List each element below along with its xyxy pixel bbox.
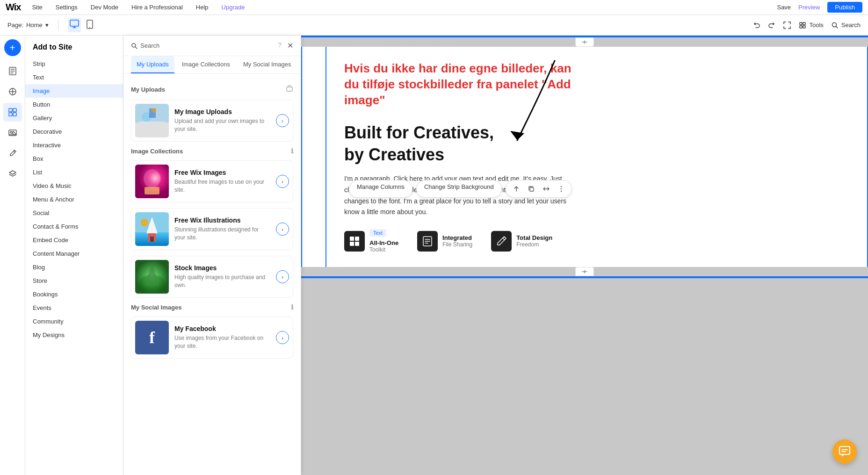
toolbar-icon-group — [506, 180, 572, 198]
panel-search-button[interactable]: Search — [131, 42, 159, 49]
card-my-image-uploads[interactable]: My Image Uploads Upload and add your own… — [131, 100, 293, 142]
preview-button[interactable]: Preview — [798, 4, 820, 11]
move-up-icon[interactable] — [510, 182, 523, 195]
chat-fab-button[interactable] — [832, 439, 857, 464]
social-images-info-icon[interactable]: ℹ — [291, 303, 293, 311]
svg-point-44 — [561, 191, 562, 192]
change-background-button[interactable]: Change Strip Background — [416, 180, 502, 198]
panel-item-store[interactable]: Store — [25, 274, 123, 288]
image-collections-info-icon[interactable]: ℹ — [291, 147, 293, 155]
card-arrow-free-wix[interactable]: › — [276, 175, 289, 188]
manage-columns-button[interactable]: Manage Columns — [349, 180, 412, 198]
panel-item-decorative[interactable]: Decorative — [25, 125, 123, 138]
tab-social-images[interactable]: My Social Images — [238, 56, 297, 73]
nav-help[interactable]: Help — [194, 4, 210, 11]
feature-file-sharing: Integrated File Sharing — [417, 229, 472, 253]
panel-item-strip[interactable]: Strip — [25, 57, 123, 71]
panel-item-text[interactable]: Text — [25, 71, 123, 84]
panel-item-gallery[interactable]: Gallery — [25, 111, 123, 125]
tools-button[interactable]: Tools — [799, 22, 823, 29]
panel-item-box[interactable]: Box — [25, 152, 123, 166]
tab-image-collections[interactable]: Image Collections — [176, 56, 236, 73]
page-name: Home — [26, 22, 43, 29]
resize-horizontal-icon[interactable] — [540, 182, 553, 195]
svg-point-25 — [144, 169, 160, 188]
svg-rect-17 — [287, 87, 292, 91]
page-selector[interactable]: Page: Home ▾ — [7, 22, 49, 29]
panel-item-blog[interactable]: Blog — [25, 260, 123, 274]
feature-all-in-one: Text All-In-One Toolkit — [344, 229, 398, 253]
card-free-wix-images[interactable]: Free Wix Images Beautiful free images to… — [131, 160, 293, 202]
top-nav-right: Save Preview Publish — [777, 2, 862, 13]
canvas-bottom-handle[interactable] — [575, 267, 594, 276]
copy-icon[interactable] — [525, 182, 538, 195]
file-sharing-icon — [417, 231, 438, 252]
svg-rect-3 — [800, 22, 802, 25]
undo-button[interactable] — [753, 22, 760, 29]
help-icon[interactable]: ? — [278, 41, 282, 50]
sidebar-layers-icon[interactable] — [3, 165, 22, 183]
redo-button[interactable] — [768, 22, 775, 29]
panel-item-list[interactable]: List — [25, 166, 123, 179]
panel-item-social[interactable]: Social — [25, 206, 123, 220]
mobile-icon[interactable] — [85, 18, 95, 32]
sidebar-add-icon[interactable] — [3, 103, 22, 122]
card-wix-illustrations[interactable]: Free Wix Illustrations Stunning illustra… — [131, 208, 293, 250]
svg-point-31 — [141, 219, 148, 226]
panel-item-menu[interactable]: Menu & Anchor — [25, 193, 123, 206]
feature-sub-design: Freedom — [516, 241, 552, 248]
publish-button[interactable]: Publish — [827, 2, 862, 13]
nav-devmode[interactable]: Dev Mode — [89, 4, 120, 11]
save-button[interactable]: Save — [777, 4, 791, 11]
svg-rect-10 — [9, 108, 12, 112]
card-arrow-my-uploads[interactable]: › — [276, 114, 289, 127]
panel-item-contact[interactable]: Contact & Forms — [25, 220, 123, 233]
nav-site[interactable]: Site — [30, 4, 44, 11]
panel-item-video[interactable]: Video & Music — [25, 179, 123, 193]
card-arrow-illustrations[interactable]: › — [276, 223, 289, 236]
my-uploads-info-icon[interactable] — [286, 85, 293, 94]
panel-item-interactive[interactable]: Interactive — [25, 138, 123, 152]
sidebar-pen-icon[interactable] — [3, 144, 22, 163]
nav-hire[interactable]: Hire a Professional — [130, 4, 185, 11]
panel-content: My Uploads My Image Uploads Upload and a… — [123, 74, 301, 475]
card-desc-stock: High quality images to purchase and own. — [174, 273, 270, 289]
panel-item-community[interactable]: Community — [25, 315, 123, 328]
card-title-wix-illustrations: Free Wix Illustrations — [174, 216, 270, 224]
card-info-facebook: My Facebook Use images from your Faceboo… — [174, 325, 270, 350]
my-uploads-title: My Uploads — [131, 86, 165, 93]
card-facebook[interactable]: f My Facebook Use images from your Faceb… — [131, 317, 293, 359]
sidebar-pages-icon[interactable] — [3, 62, 22, 80]
panel-item-bookings[interactable]: Bookings — [25, 288, 123, 301]
panel-item-events[interactable]: Events — [25, 301, 123, 315]
left-sidebar: + — [0, 36, 25, 475]
nav-settings[interactable]: Settings — [54, 4, 80, 11]
panel-item-button[interactable]: Button — [25, 98, 123, 111]
sidebar-design-icon[interactable] — [3, 82, 22, 101]
panel-item-mydesigns[interactable]: My Designs — [25, 328, 123, 342]
card-arrow-facebook[interactable]: › — [276, 331, 289, 344]
desktop-icon[interactable] — [68, 18, 81, 32]
nav-upgrade[interactable]: Upgrade — [220, 4, 247, 11]
close-button[interactable]: ✕ — [287, 41, 293, 50]
svg-rect-39 — [355, 242, 359, 246]
svg-rect-41 — [530, 187, 534, 191]
tab-my-uploads[interactable]: My Uploads — [131, 56, 174, 73]
panel-item-content[interactable]: Content Manager — [25, 247, 123, 260]
feature-title-sharing: Integrated — [442, 234, 472, 241]
more-options-icon[interactable] — [555, 182, 568, 195]
panel-item-embed[interactable]: Embed Code — [25, 233, 123, 247]
svg-point-2 — [89, 27, 90, 28]
card-arrow-stock[interactable]: › — [276, 270, 289, 283]
search-button[interactable]: Search — [831, 22, 861, 29]
canvas-top-handle[interactable] — [575, 37, 594, 47]
wix-logo: Wix — [6, 2, 21, 13]
resize-icon[interactable] — [783, 21, 791, 29]
feature-title-design: Total Design — [516, 234, 552, 241]
sidebar-media-icon[interactable] — [3, 123, 22, 142]
panel-item-image[interactable]: Image — [25, 84, 123, 98]
svg-marker-35 — [510, 131, 524, 140]
card-title-free-wix: Free Wix Images — [174, 169, 270, 176]
add-element-button[interactable]: + — [4, 39, 21, 56]
card-stock-images[interactable]: Stock Images High quality images to purc… — [131, 256, 293, 298]
